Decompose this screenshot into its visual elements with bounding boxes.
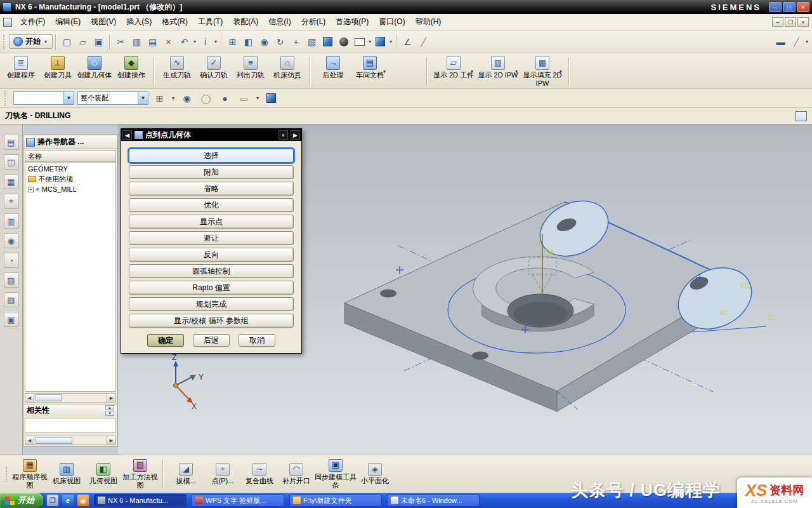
display-points-button[interactable]: 显示点 (129, 215, 294, 229)
geometry-view-button[interactable]: ◧ 几何视图 (85, 463, 122, 485)
zoom-icon[interactable]: ◉ (256, 34, 272, 50)
fit-view-icon[interactable]: ⊞ (225, 34, 240, 50)
back-button[interactable]: 后退 (193, 334, 230, 347)
avoidance-button[interactable]: 避让 (129, 231, 294, 245)
show-filled-dropdown-icon[interactable]: ▾ (560, 69, 562, 74)
toolbar-grip[interactable] (4, 91, 8, 106)
selection-scope-combo[interactable]: 整个装配 ▼ (77, 91, 148, 105)
point-button[interactable]: + 点(P)... (204, 463, 241, 485)
machine-navigator-icon[interactable]: ▥ (4, 213, 19, 229)
show-2d-dropdown-icon[interactable]: ▾ (471, 69, 473, 74)
menu-format[interactable]: 格式(R) (157, 14, 193, 30)
start-menu-button[interactable]: 开始 ▾ (9, 34, 53, 49)
list-toolpath-button[interactable]: ≡ 列出刀轨 (232, 53, 269, 88)
show-filled-2d-ipw-button[interactable]: ▩ 显示填充 2D IPW ▾ (520, 53, 565, 88)
scroll-thumb[interactable] (36, 394, 62, 401)
magnify-icon[interactable]: ◉ (179, 90, 195, 106)
zoom-window-icon[interactable]: ◧ (240, 34, 256, 50)
mdi-minimize-button[interactable]: – (772, 17, 783, 27)
mdi-close-button[interactable]: × (797, 17, 809, 27)
dialog-back-icon[interactable]: ◀ (122, 130, 132, 140)
information-dropdown-icon[interactable]: ▾ (213, 39, 218, 44)
constraint-navigator-icon[interactable]: ◫ (4, 154, 19, 170)
create-geometry-button[interactable]: ◇ 创建几何体 (76, 53, 113, 88)
operation-navigator-icon[interactable]: ⌖ (4, 194, 19, 209)
view-orient-dropdown-icon[interactable]: ▾ (388, 39, 393, 44)
dialog-close-icon[interactable]: × (278, 130, 288, 140)
machine-tool-view-button[interactable]: ▥ 机床视图 (48, 463, 85, 485)
synchronous-modeling-toolbar-button[interactable]: ▣ 同步建模工具条 (315, 459, 357, 489)
pan-view-icon[interactable]: + (288, 34, 304, 50)
verify-cycle-parameter-button[interactable]: 显示/校核 循环 参数组 (129, 314, 294, 328)
combo-dropdown-icon[interactable]: ▼ (63, 92, 74, 104)
dialog-title-bar[interactable]: ◀ 点到点几何体 × ▶ (121, 129, 301, 141)
navigator-header[interactable]: 操作导航器 ... (23, 135, 117, 149)
tree-item-geometry[interactable]: GEOMETRY (25, 164, 115, 174)
cut-icon[interactable]: ✂ (113, 34, 129, 50)
draft-button[interactable]: ◢ 拔模... (167, 463, 204, 485)
postprocess-button[interactable]: → 后处理 (315, 53, 351, 88)
deselect-icon[interactable]: ◯ (198, 90, 214, 106)
taskbar-window-folder[interactable]: F:\y\新建文件夹 (289, 494, 382, 507)
snap-point-icon[interactable]: ∠ (400, 34, 416, 50)
dependencies-hscrollbar[interactable]: ◀ ▶ (25, 436, 116, 445)
web-browser-icon[interactable]: ◔ (4, 253, 19, 268)
verify-toolpath-button[interactable]: ✓ 确认刀轨 (195, 53, 232, 88)
machine-simulation-button[interactable]: ⌂ 机床仿真 (269, 53, 306, 88)
undo-dropdown-icon[interactable]: ▾ (192, 39, 197, 44)
measure-icon[interactable]: ╱ (416, 34, 431, 50)
spin-down-icon[interactable]: ▼ (105, 411, 114, 416)
taskbar-window-untitled[interactable]: 未命名6 - Window... (387, 494, 480, 507)
close-button[interactable]: × (797, 2, 809, 12)
create-program-button[interactable]: ≣ 创建程序 (3, 53, 39, 88)
more-tools-dropdown-icon[interactable]: ▾ (804, 39, 809, 44)
new-file-icon[interactable]: ▢ (59, 34, 75, 50)
shop-documentation-button[interactable]: ▤ 车间文档 ▾ (351, 53, 388, 88)
undo-icon[interactable]: ↶ (176, 34, 192, 50)
menu-edit[interactable]: 编辑(E) (50, 14, 86, 30)
rapto-offset-button[interactable]: Rapto 偏置 (129, 281, 294, 295)
selection-type-combo[interactable]: ▼ (13, 91, 74, 105)
navigator-tree[interactable]: GEOMETRY 不使用的项 + ⌖ MCS_MILL (25, 162, 116, 392)
tree-item-unused[interactable]: 不使用的项 (25, 174, 115, 184)
tree-item-mcs-mill[interactable]: + ⌖ MCS_MILL (25, 184, 115, 194)
expand-icon[interactable]: + (28, 187, 34, 192)
menu-assemblies[interactable]: 装配(A) (228, 14, 263, 30)
media-player-icon[interactable]: ◉ (77, 495, 89, 506)
copy-icon[interactable]: ▥ (129, 34, 145, 50)
hole[interactable] (380, 290, 396, 298)
scroll-thumb[interactable] (36, 437, 72, 444)
windows-start-button[interactable]: 开始 (0, 493, 43, 508)
arc-axis-control-button[interactable]: 圆弧轴控制 (129, 264, 294, 278)
highlight-icon[interactable]: ● (217, 90, 233, 106)
planning-complete-button[interactable]: 规划完成 (129, 297, 294, 311)
generate-toolpath-button[interactable]: ∿ 生成刀轨 (159, 53, 195, 88)
open-file-icon[interactable]: ▱ (75, 34, 91, 50)
dependencies-section-header[interactable]: 相关性 ▲ ▼ (23, 404, 117, 417)
delete-icon[interactable]: × (160, 34, 176, 50)
snap-filter-dropdown-icon[interactable]: ▾ (171, 95, 176, 101)
menu-preferences[interactable]: 首选项(P) (331, 14, 374, 30)
facet-body-button[interactable]: ◈ 小平面化 (357, 463, 393, 485)
combo-dropdown-icon[interactable]: ▼ (138, 92, 148, 104)
appearance-sphere-icon[interactable] (336, 34, 351, 50)
menu-view[interactable]: 视图(V) (86, 14, 121, 30)
information-icon[interactable]: i (197, 34, 213, 50)
system-scenes-icon[interactable]: ▣ (4, 312, 19, 327)
menu-insert[interactable]: 插入(S) (121, 14, 157, 30)
shop-doc-dropdown-icon[interactable]: ▾ (383, 69, 386, 74)
save-icon[interactable]: ▣ (91, 34, 107, 50)
create-operation-button[interactable]: ◆ 创建操作 (113, 53, 150, 88)
machining-method-view-button[interactable]: ▨ 加工方法视图 (122, 459, 159, 489)
menu-analysis[interactable]: 分析(L) (296, 14, 331, 30)
hole[interactable] (472, 352, 488, 360)
wireframe-display-icon[interactable]: ▧ (304, 34, 320, 50)
rotate-view-icon[interactable]: ↻ (272, 34, 288, 50)
taskbar-window-nx[interactable]: NX 6 - Manufactu... (94, 494, 187, 507)
spin-up-icon[interactable]: ▲ (105, 405, 114, 410)
composite-curve-button[interactable]: ∼ 复合曲线 (241, 463, 278, 485)
reverse-button[interactable]: 反向 (129, 248, 294, 262)
scroll-left-icon[interactable]: ◀ (25, 394, 34, 402)
snap-filter-icon[interactable]: ⊞ (152, 90, 167, 106)
mdi-window-icon[interactable] (3, 18, 12, 27)
